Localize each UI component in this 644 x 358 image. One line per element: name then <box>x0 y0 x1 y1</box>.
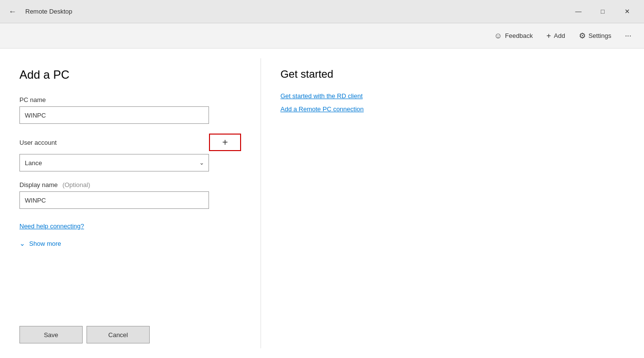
chevron-down-icon: ⌄ <box>19 239 25 247</box>
page-title: Add a PC <box>19 68 241 82</box>
pc-name-label: PC name <box>19 96 241 103</box>
add-label: Add <box>554 32 565 39</box>
minimize-button[interactable]: — <box>567 4 590 19</box>
settings-label: Settings <box>589 32 611 39</box>
cancel-button[interactable]: Cancel <box>87 326 150 343</box>
user-account-group: User account + Lance ⌄ <box>19 134 241 171</box>
form-buttons: Save Cancel <box>19 326 241 343</box>
show-more-label: Show more <box>29 240 61 247</box>
remote-pc-link[interactable]: Add a Remote PC connection <box>280 105 625 113</box>
main-content: Add a PC PC name User account + Lance ⌄ <box>0 49 644 358</box>
add-button[interactable]: + Add <box>541 29 570 43</box>
right-panel: Get started Get started with the RD clie… <box>261 49 644 358</box>
feedback-label: Feedback <box>505 32 533 39</box>
user-account-select[interactable]: Lance <box>19 154 209 171</box>
feedback-icon: ☺ <box>494 32 502 40</box>
maximize-button[interactable]: □ <box>592 4 614 19</box>
back-button[interactable]: ← <box>6 5 19 18</box>
title-bar-controls: — □ ✕ <box>567 4 638 19</box>
display-name-label: Display name (Optional) <box>19 181 241 188</box>
feedback-button[interactable]: ☺ Feedback <box>489 29 538 43</box>
pc-name-input[interactable] <box>19 106 209 124</box>
more-icon: ··· <box>625 32 631 40</box>
settings-icon: ⚙ <box>579 31 586 40</box>
action-bar: ☺ Feedback + Add ⚙ Settings ··· <box>0 23 644 49</box>
add-icon: + <box>546 32 551 40</box>
rd-client-link[interactable]: Get started with the RD client <box>280 92 625 100</box>
app-title: Remote Desktop <box>25 8 72 15</box>
display-name-input[interactable] <box>19 191 209 209</box>
title-bar: ← Remote Desktop — □ ✕ <box>0 0 644 23</box>
settings-button[interactable]: ⚙ Settings <box>574 28 616 43</box>
add-user-button[interactable]: + <box>209 134 241 151</box>
user-account-select-wrapper: Lance ⌄ <box>19 154 209 171</box>
get-started-title: Get started <box>280 68 625 81</box>
optional-label: (Optional) <box>62 181 90 188</box>
pc-name-group: PC name <box>19 96 241 124</box>
save-button[interactable]: Save <box>19 326 83 343</box>
help-link[interactable]: Need help connecting? <box>19 222 241 230</box>
user-account-label: User account <box>19 139 57 146</box>
left-panel: Add a PC PC name User account + Lance ⌄ <box>0 49 261 358</box>
close-button[interactable]: ✕ <box>616 4 638 19</box>
title-bar-left: ← Remote Desktop <box>6 5 72 18</box>
show-more-row[interactable]: ⌄ Show more <box>19 239 241 247</box>
display-name-group: Display name (Optional) <box>19 181 241 209</box>
add-user-icon: + <box>222 137 228 148</box>
more-button[interactable]: ··· <box>620 29 636 43</box>
